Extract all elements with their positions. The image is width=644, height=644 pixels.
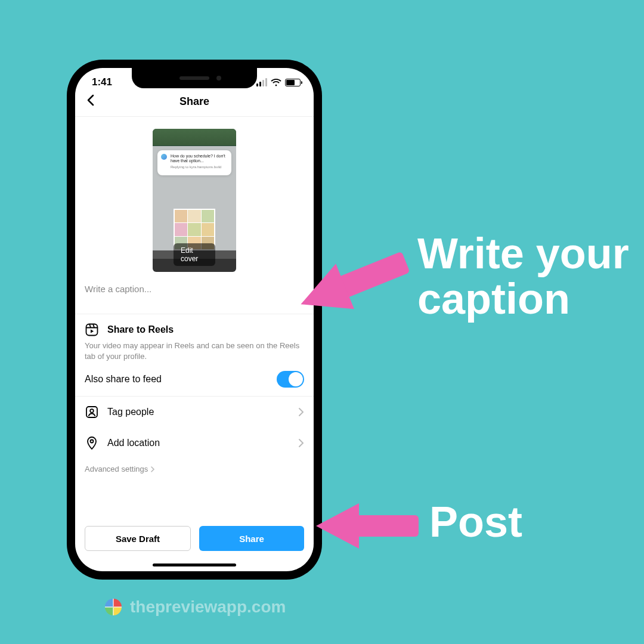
location-pin-icon [85, 436, 99, 450]
also-share-feed-toggle[interactable] [277, 371, 304, 388]
footer-buttons: Save Draft Share [75, 526, 314, 551]
annotation-arrow-caption [290, 248, 415, 314]
brand-footer: thepreviewapp.com [105, 597, 286, 617]
svg-rect-6 [353, 515, 419, 537]
share-to-reels-label: Share to Reels [107, 324, 174, 335]
annotation-caption-label: Write your caption [417, 231, 644, 321]
share-to-reels-section: Share to Reels Your video may appear in … [75, 314, 314, 396]
annotation-post-label: Post [429, 500, 522, 545]
svg-point-2 [90, 409, 94, 413]
chevron-right-icon [150, 466, 155, 473]
save-draft-button[interactable]: Save Draft [85, 526, 191, 551]
wifi-icon [271, 79, 281, 86]
cover-preview[interactable]: How do you schedule? I don't have that o… [153, 129, 236, 272]
advanced-settings-link[interactable]: Advanced settings [75, 459, 314, 479]
tag-people-label: Tag people [107, 407, 290, 417]
chevron-right-icon [298, 407, 304, 417]
nav-bar: Share [75, 88, 314, 117]
cover-bubble-question: How do you schedule? I don't have that o… [171, 154, 227, 164]
phone-screen: 1:41 Share How do you schedule? I don't … [75, 68, 314, 571]
edit-cover-button[interactable]: Edit cover [174, 243, 215, 266]
brand-url: thepreviewapp.com [130, 597, 286, 617]
advanced-settings-label: Advanced settings [85, 465, 148, 473]
chevron-left-icon [86, 94, 94, 106]
battery-icon [285, 79, 301, 86]
cover-bubble-reply: Replying to kyra.hamptons.build [171, 165, 227, 169]
caption-placeholder: Write a caption... [85, 284, 151, 294]
brand-logo-icon [105, 599, 122, 615]
share-button[interactable]: Share [199, 526, 304, 551]
status-indicators [256, 78, 301, 86]
tag-people-row[interactable]: Tag people [75, 397, 314, 428]
status-time: 1:41 [92, 76, 112, 88]
back-button[interactable] [86, 94, 94, 109]
share-to-reels-desc: Your video may appear in Reels and can b… [85, 340, 304, 361]
signal-icon [256, 78, 267, 86]
page-title: Share [179, 95, 209, 107]
add-location-row[interactable]: Add location [75, 428, 314, 459]
chevron-right-icon [298, 438, 304, 448]
phone-notch [132, 68, 257, 88]
svg-rect-0 [86, 324, 98, 336]
also-share-feed-label: Also share to feed [85, 374, 162, 385]
add-location-label: Add location [107, 438, 290, 448]
content-area: How do you schedule? I don't have that o… [75, 117, 314, 479]
person-tag-icon [85, 405, 99, 419]
svg-point-3 [91, 440, 94, 443]
annotation-arrow-post [311, 495, 425, 555]
home-indicator[interactable] [153, 564, 236, 566]
phone-frame: 1:41 Share How do you schedule? I don't … [67, 60, 322, 580]
caption-input[interactable]: Write a caption... [75, 278, 314, 314]
svg-marker-7 [316, 503, 359, 549]
reels-icon [85, 323, 99, 337]
